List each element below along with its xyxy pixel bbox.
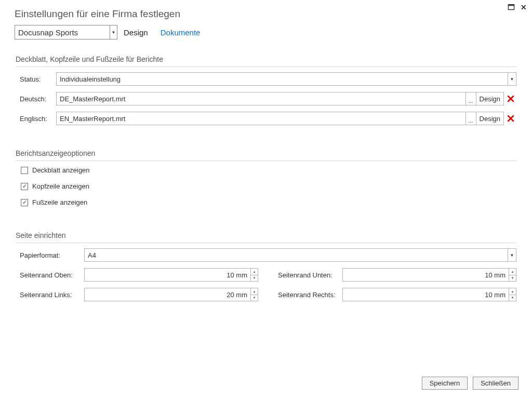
header-checkbox[interactable]: ✓ bbox=[21, 183, 28, 190]
company-select-value: Docusnap Sports bbox=[15, 28, 110, 37]
spinner-down-icon[interactable]: ▼ bbox=[251, 275, 258, 282]
divider bbox=[16, 161, 516, 161]
cover-checkbox[interactable] bbox=[21, 167, 28, 174]
margin-right-spinner[interactable]: ▲▼ bbox=[509, 288, 516, 301]
paper-value: A4 bbox=[85, 249, 508, 261]
footer-checkbox-label: Fußzeile anzeigen bbox=[32, 198, 87, 206]
section-display-title: Berichtsanzeigeoptionen bbox=[16, 149, 516, 157]
margin-left-label: Seitenrand Links: bbox=[16, 291, 84, 299]
margin-right-input[interactable]: 10 mm ▲▼ bbox=[342, 288, 516, 301]
english-input[interactable]: EN_MasterReport.mrt bbox=[56, 112, 466, 125]
divider bbox=[16, 243, 516, 243]
delete-german-button[interactable] bbox=[505, 95, 516, 103]
margin-left-input[interactable]: 20 mm ▲▼ bbox=[84, 288, 258, 301]
margin-top-value: 10 mm bbox=[85, 269, 250, 281]
margin-bottom-spinner[interactable]: ▲▼ bbox=[509, 269, 516, 281]
chevron-down-icon[interactable]: ▼ bbox=[110, 25, 117, 39]
spinner-up-icon[interactable]: ▲ bbox=[251, 288, 258, 295]
design-english-button[interactable]: Design bbox=[476, 112, 504, 125]
margin-left-spinner[interactable]: ▲▼ bbox=[250, 288, 258, 301]
margin-top-input[interactable]: 10 mm ▲▼ bbox=[84, 268, 258, 282]
design-german-button[interactable]: Design bbox=[476, 92, 504, 105]
browse-german-button[interactable]: ... bbox=[466, 92, 476, 105]
section-cover-title: Deckblatt, Kopfzeile und Fußzeile für Be… bbox=[16, 55, 516, 63]
spinner-down-icon[interactable]: ▼ bbox=[509, 275, 516, 282]
status-label: Status: bbox=[16, 75, 56, 83]
chevron-down-icon[interactable]: ▼ bbox=[508, 249, 516, 261]
spinner-up-icon[interactable]: ▲ bbox=[509, 269, 516, 275]
section-page-title: Seite einrichten bbox=[16, 231, 516, 240]
delete-english-button[interactable] bbox=[505, 114, 516, 123]
german-label: Deutsch: bbox=[16, 95, 56, 103]
spinner-down-icon[interactable]: ▼ bbox=[251, 295, 258, 301]
company-select[interactable]: Docusnap Sports ▼ bbox=[15, 25, 117, 39]
spinner-up-icon[interactable]: ▲ bbox=[509, 288, 516, 295]
spinner-up-icon[interactable]: ▲ bbox=[251, 269, 258, 275]
margin-bottom-label: Seitenrand Unten: bbox=[274, 271, 342, 279]
margin-right-value: 10 mm bbox=[343, 288, 509, 301]
page-title: Einstellungen für eine Firma festlegen bbox=[0, 0, 532, 25]
close-icon[interactable]: ✕ bbox=[520, 3, 528, 11]
browse-english-button[interactable]: ... bbox=[466, 112, 476, 125]
paper-label: Papierformat: bbox=[16, 251, 84, 259]
german-input[interactable]: DE_MasterReport.mrt bbox=[56, 92, 466, 105]
chevron-down-icon[interactable]: ▼ bbox=[508, 73, 516, 85]
maximize-icon[interactable]: 🗖 bbox=[507, 3, 515, 11]
margin-top-spinner[interactable]: ▲▼ bbox=[250, 269, 258, 281]
footer-checkbox[interactable]: ✓ bbox=[21, 199, 28, 206]
save-button[interactable]: Speichern bbox=[422, 377, 468, 390]
margin-top-label: Seitenrand Oben: bbox=[16, 271, 84, 279]
english-label: Englisch: bbox=[16, 115, 56, 123]
close-button[interactable]: Schließen bbox=[473, 377, 518, 390]
status-value: Individualeinstellung bbox=[57, 73, 508, 85]
margin-bottom-input[interactable]: 10 mm ▲▼ bbox=[342, 268, 516, 282]
margin-right-label: Seitenrand Rechts: bbox=[274, 291, 342, 299]
divider bbox=[16, 66, 516, 67]
tab-design[interactable]: Design bbox=[123, 27, 149, 38]
header-checkbox-label: Kopfzeile anzeigen bbox=[32, 182, 89, 190]
cover-checkbox-label: Deckblatt anzeigen bbox=[32, 166, 90, 174]
status-select[interactable]: Individualeinstellung ▼ bbox=[56, 72, 516, 86]
spinner-down-icon[interactable]: ▼ bbox=[509, 295, 516, 301]
margin-bottom-value: 10 mm bbox=[343, 269, 509, 281]
margin-left-value: 20 mm bbox=[85, 288, 250, 301]
paper-select[interactable]: A4 ▼ bbox=[84, 248, 516, 262]
tab-documents[interactable]: Dokumente bbox=[159, 27, 202, 38]
